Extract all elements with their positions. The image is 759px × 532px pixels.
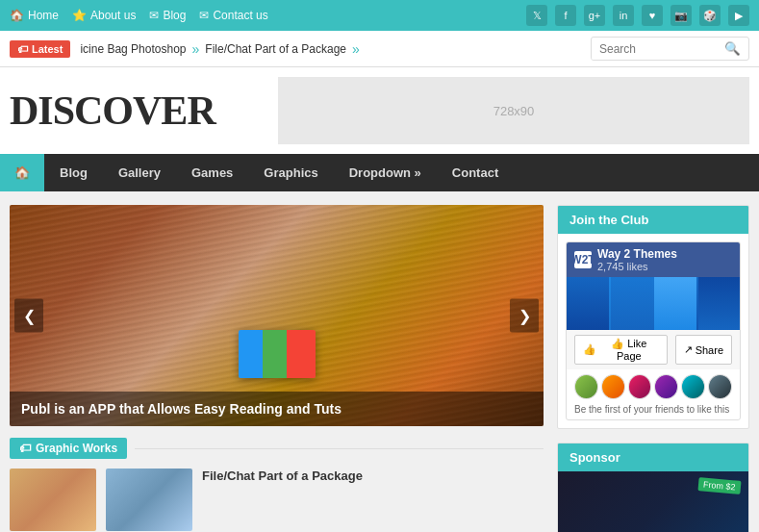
linkedin-icon[interactable]: in (613, 5, 634, 26)
left-column: ❮ ❯ Publ is an APP that Allows Easy Read… (10, 205, 544, 532)
fb-page-name[interactable]: Way 2 Themes (597, 247, 677, 261)
friend-pic-2 (601, 374, 625, 399)
ticker-bar: 🏷 Latest icine Bag Photoshop » File/Chat… (0, 31, 759, 67)
graphic-works-section: 🏷 Graphic Works (10, 438, 544, 459)
sponsor-title: Sponsor (558, 443, 748, 471)
contact-link[interactable]: ✉ Contact us (199, 9, 267, 22)
nav-games[interactable]: Games (176, 154, 248, 191)
friend-pic-6 (708, 374, 732, 399)
sponsor-widget: Sponsor From $2 (557, 443, 749, 532)
join-club-body: W2T Way 2 Themes 2,745 likes (558, 234, 748, 428)
fb-logo: W2T (574, 251, 592, 268)
nav-contact[interactable]: Contact (437, 154, 514, 191)
about-link[interactable]: ⭐ About us (72, 9, 136, 22)
search-box: 🔍 (591, 37, 749, 61)
fb-page-info: Way 2 Themes 2,745 likes (597, 247, 677, 272)
ticker-items: icine Bag Photoshop » File/Chat Part of … (80, 41, 591, 57)
article-title[interactable]: File/Chat Part of a Package (202, 469, 544, 485)
fb-cover-tile-1 (567, 277, 609, 330)
share-icon: ↗ (684, 343, 693, 356)
top-bar: 🏠 Home ⭐ About us ✉ Blog ✉ Contact us 𝕏 … (0, 0, 759, 31)
header: DISCOVER 728x90 (0, 67, 759, 154)
article-thumb-2 (106, 469, 192, 531)
home-nav-icon: 🏠 (14, 165, 30, 180)
slider-prev-button[interactable]: ❮ (14, 299, 43, 333)
sponsor-badge: From $2 (698, 477, 742, 494)
facebook-icon[interactable]: f (555, 5, 576, 26)
tag-icon: 🏷 (17, 43, 28, 55)
friend-pic-4 (654, 374, 678, 399)
thumbsup-icon: 👍 (583, 343, 596, 356)
graphic-works-badge: 🏷 Graphic Works (10, 438, 127, 459)
nav-bar: 🏠 Blog Gallery Games Graphics Dropdown »… (0, 154, 759, 191)
section-line (135, 448, 544, 449)
pinterest-icon[interactable]: ♥ (642, 5, 663, 26)
nav-gallery[interactable]: Gallery (103, 154, 176, 191)
fb-like-button[interactable]: 👍 👍 Like Page (574, 335, 668, 365)
blog-link[interactable]: ✉ Blog (149, 9, 186, 22)
ticker-item-1[interactable]: icine Bag Photoshop (80, 42, 186, 56)
blog-label: Blog (163, 9, 186, 22)
top-bar-links: 🏠 Home ⭐ About us ✉ Blog ✉ Contact us (10, 9, 268, 22)
article-row: File/Chat Part of a Package (10, 469, 544, 531)
ticker-sep-1: » (192, 41, 200, 57)
contact-icon: ✉ (199, 9, 209, 22)
site-title: DISCOVER (10, 88, 215, 134)
article-info: File/Chat Part of a Package (202, 469, 544, 531)
friend-pic-5 (681, 374, 705, 399)
friend-pic-1 (574, 374, 598, 399)
nav-graphics[interactable]: Graphics (248, 154, 333, 191)
contact-label: Contact us (213, 9, 267, 22)
home-label: Home (28, 9, 59, 22)
twitter-icon[interactable]: 𝕏 (526, 5, 547, 26)
join-club-title: Join the Club (558, 206, 748, 234)
latest-badge: 🏷 Latest (10, 40, 70, 58)
fb-cover-tile-3 (654, 277, 696, 330)
tag-section-icon: 🏷 (19, 442, 31, 455)
fb-friend-pics (567, 369, 740, 404)
about-label: About us (90, 9, 136, 22)
home-link[interactable]: 🏠 Home (10, 9, 59, 22)
nav-blog[interactable]: Blog (44, 154, 103, 191)
slider-next-button[interactable]: ❯ (510, 299, 539, 333)
ticker-sep-2: » (352, 41, 360, 57)
about-icon: ⭐ (72, 9, 87, 22)
fb-cover-tile-2 (611, 277, 653, 330)
header-banner: 728x90 (278, 77, 749, 144)
home-icon: 🏠 (10, 9, 24, 22)
fb-cover (567, 277, 740, 330)
misc-icon[interactable]: 🎲 (699, 5, 721, 26)
slider-caption: Publ is an APP that Allows Easy Reading … (10, 392, 544, 426)
fb-cover-tile-4 (698, 277, 741, 330)
join-club-widget: Join the Club W2T Way 2 Themes 2,745 lik… (557, 205, 749, 429)
googleplus-icon[interactable]: g+ (584, 5, 605, 26)
main-content: ❮ ❯ Publ is an APP that Allows Easy Read… (0, 191, 759, 532)
fb-actions: 👍 👍 Like Page ↗ Share (567, 330, 740, 369)
search-input[interactable] (592, 38, 717, 60)
friend-pic-3 (628, 374, 652, 399)
nav-home-button[interactable]: 🏠 (0, 154, 44, 191)
fb-share-button[interactable]: ↗ Share (675, 335, 732, 365)
article-thumb-1 (10, 469, 96, 531)
fb-likes: 2,745 likes (597, 261, 677, 272)
search-button[interactable]: 🔍 (717, 38, 748, 60)
right-sidebar: Join the Club W2T Way 2 Themes 2,745 lik… (557, 205, 749, 532)
social-links: 𝕏 f g+ in ♥ 📷 🎲 ▶ (526, 5, 749, 26)
ticker-item-2[interactable]: File/Chat Part of a Package (205, 42, 346, 56)
youtube-icon[interactable]: ▶ (728, 5, 749, 26)
blog-icon: ✉ (149, 9, 159, 22)
sponsor-banner[interactable]: From $2 (558, 471, 748, 532)
nav-dropdown[interactable]: Dropdown » (334, 154, 437, 191)
hero-slider: ❮ ❯ Publ is an APP that Allows Easy Read… (10, 205, 544, 426)
fb-friend-text: Be the first of your friends to like thi… (567, 404, 740, 419)
fb-widget: W2T Way 2 Themes 2,745 likes (566, 241, 741, 420)
fb-header: W2T Way 2 Themes 2,745 likes (567, 242, 740, 277)
instagram-icon[interactable]: 📷 (670, 5, 692, 26)
